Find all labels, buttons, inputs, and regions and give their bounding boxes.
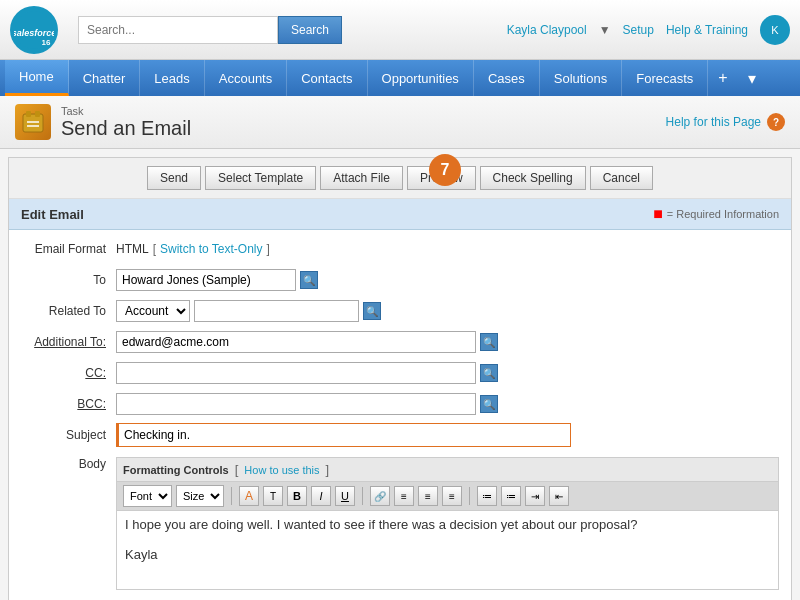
cc-value: 🔍 — [116, 362, 779, 384]
font-select[interactable]: Font — [123, 485, 172, 507]
bcc-input[interactable] — [116, 393, 476, 415]
user-name[interactable]: Kayla Claypool — [507, 23, 587, 37]
body-text-line3: Kayla — [125, 547, 770, 562]
email-format-html: HTML — [116, 242, 149, 256]
nav-contacts[interactable]: Contacts — [287, 60, 367, 96]
header-right: Kayla Claypool ▼ Setup Help & Training K — [507, 15, 790, 45]
send-button[interactable]: Send — [147, 166, 201, 190]
size-select[interactable]: Size — [176, 485, 224, 507]
setup-link[interactable]: Setup — [623, 23, 654, 37]
search-area: Search — [78, 16, 507, 44]
bcc-value: 🔍 — [116, 393, 779, 415]
body-area: Formatting Controls [ How to use this ] … — [116, 457, 779, 590]
related-to-label: Related To — [21, 304, 116, 318]
indent-button[interactable]: ⇥ — [525, 486, 545, 506]
additional-to-input[interactable] — [116, 331, 476, 353]
page-title: Send an Email — [61, 117, 191, 140]
required-label: = Required Information — [667, 208, 779, 220]
svg-rect-3 — [23, 114, 43, 132]
additional-to-row: Additional To: 🔍 — [21, 329, 779, 355]
nav-add-icon[interactable]: + — [708, 60, 737, 96]
additional-to-value: 🔍 — [116, 331, 779, 353]
nav-leads[interactable]: Leads — [140, 60, 204, 96]
page-header: Task Send an Email Help for this Page ? — [0, 96, 800, 149]
subject-value — [116, 423, 779, 447]
align-center-button[interactable]: ≡ — [418, 486, 438, 506]
svg-text:salesforce: salesforce — [14, 28, 54, 38]
search-button[interactable]: Search — [278, 16, 342, 44]
help-page-link[interactable]: Help for this Page — [666, 115, 761, 129]
to-lookup-icon[interactable]: 🔍 — [300, 271, 318, 289]
how-to-use-link[interactable]: How to use this — [244, 464, 319, 476]
body-text-line2 — [125, 532, 770, 547]
app-header: salesforce 16 Search Kayla Claypool ▼ Se… — [0, 0, 800, 60]
task-icon — [15, 104, 51, 140]
svg-rect-5 — [35, 111, 40, 117]
attach-file-button[interactable]: Attach File — [320, 166, 403, 190]
content-area: Send Select Template 7 Attach File Previ… — [8, 157, 792, 600]
outdent-button[interactable]: ⇤ — [549, 486, 569, 506]
check-spelling-button[interactable]: Check Spelling — [480, 166, 586, 190]
action-toolbar: Send Select Template 7 Attach File Previ… — [9, 158, 791, 199]
svg-text:16: 16 — [42, 38, 51, 47]
select-template-button[interactable]: Select Template — [205, 166, 316, 190]
step-badge: 7 — [429, 154, 461, 186]
related-to-row: Related To Account 🔍 — [21, 298, 779, 324]
format-tools: Font Size A T B I U 🔗 ≡ ≡ ≡ — [116, 481, 779, 510]
unordered-list-button[interactable]: ≔ — [501, 486, 521, 506]
cc-row: CC: 🔍 — [21, 360, 779, 386]
svg-rect-4 — [26, 111, 31, 117]
related-to-dropdown[interactable]: Account — [116, 300, 190, 322]
cc-input[interactable] — [116, 362, 476, 384]
edit-email-header: Edit Email ■ = Required Information — [9, 199, 791, 230]
related-to-lookup-icon[interactable]: 🔍 — [363, 302, 381, 320]
bcc-lookup-icon[interactable]: 🔍 — [480, 395, 498, 413]
body-label: Body — [21, 453, 116, 471]
subject-row: Subject — [21, 422, 779, 448]
nav-accounts[interactable]: Accounts — [205, 60, 287, 96]
nav-solutions[interactable]: Solutions — [540, 60, 622, 96]
to-input[interactable] — [116, 269, 296, 291]
main-nav: Home Chatter Leads Accounts Contacts Opp… — [0, 60, 800, 96]
nav-chatter[interactable]: Chatter — [69, 60, 141, 96]
nav-home[interactable]: Home — [5, 60, 69, 96]
email-format-label: Email Format — [21, 242, 116, 256]
nav-opportunities[interactable]: Opportunities — [368, 60, 474, 96]
align-right-button[interactable]: ≡ — [442, 486, 462, 506]
separator-1 — [231, 487, 232, 505]
bcc-label: BCC: — [21, 397, 116, 411]
nav-more-icon[interactable]: ▾ — [738, 60, 766, 96]
text-color-button[interactable]: A — [239, 486, 259, 506]
underline-button[interactable]: U — [335, 486, 355, 506]
to-row: To 🔍 — [21, 267, 779, 293]
title-block: Task Send an Email — [61, 105, 191, 140]
help-icon: ? — [767, 113, 785, 131]
required-info: ■ = Required Information — [653, 205, 779, 223]
align-left-button[interactable]: ≡ — [394, 486, 414, 506]
additional-to-lookup-icon[interactable]: 🔍 — [480, 333, 498, 351]
switch-to-text-link[interactable]: Switch to Text-Only — [160, 242, 262, 256]
link-button[interactable]: 🔗 — [370, 486, 390, 506]
bold-button[interactable]: B — [287, 486, 307, 506]
remove-format-button[interactable]: T — [263, 486, 283, 506]
italic-button[interactable]: I — [311, 486, 331, 506]
body-editor[interactable]: I hope you are doing well. I wanted to s… — [116, 510, 779, 590]
nav-forecasts[interactable]: Forecasts — [622, 60, 708, 96]
ordered-list-button[interactable]: ≔ — [477, 486, 497, 506]
avatar: K — [760, 15, 790, 45]
edit-email-title: Edit Email — [21, 207, 84, 222]
cc-lookup-icon[interactable]: 🔍 — [480, 364, 498, 382]
cancel-button[interactable]: Cancel — [590, 166, 653, 190]
nav-cases[interactable]: Cases — [474, 60, 540, 96]
help-page-area: Help for this Page ? — [666, 113, 785, 131]
cc-label: CC: — [21, 366, 116, 380]
salesforce-logo-icon: salesforce 16 — [10, 6, 58, 54]
related-to-input[interactable] — [194, 300, 359, 322]
search-input[interactable] — [78, 16, 278, 44]
task-label: Task — [61, 105, 191, 117]
required-indicator: ■ — [653, 205, 663, 223]
page-title-area: Task Send an Email — [15, 104, 191, 140]
help-training-link[interactable]: Help & Training — [666, 23, 748, 37]
subject-input[interactable] — [116, 423, 571, 447]
to-value: 🔍 — [116, 269, 779, 291]
